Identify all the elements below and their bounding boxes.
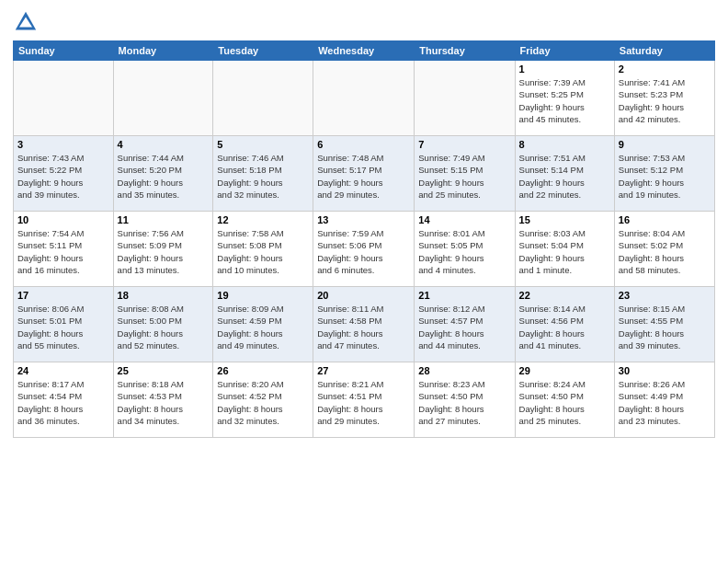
- day-number: 11: [118, 214, 210, 225]
- day-number: 28: [418, 365, 510, 376]
- day-number: 26: [217, 365, 309, 376]
- day-number: 9: [619, 139, 711, 150]
- day-info: Sunrise: 8:21 AM Sunset: 4:51 PM Dayligh…: [317, 378, 410, 427]
- day-info: Sunrise: 8:04 AM Sunset: 5:02 PM Dayligh…: [619, 227, 711, 276]
- calendar-cell: 10Sunrise: 7:54 AM Sunset: 5:11 PM Dayli…: [14, 212, 114, 287]
- weekday-header-friday: Friday: [515, 41, 614, 61]
- weekday-header-monday: Monday: [113, 41, 213, 61]
- day-info: Sunrise: 7:43 AM Sunset: 5:22 PM Dayligh…: [17, 152, 109, 201]
- weekday-header-sunday: Sunday: [14, 41, 114, 61]
- calendar-cell: 18Sunrise: 8:08 AM Sunset: 5:00 PM Dayli…: [113, 287, 213, 362]
- day-number: 2: [619, 63, 711, 75]
- calendar-cell: [213, 61, 313, 136]
- page-header: [13, 9, 715, 35]
- calendar-cell: 2Sunrise: 7:41 AM Sunset: 5:23 PM Daylig…: [614, 61, 714, 136]
- day-number: 17: [17, 290, 109, 301]
- weekday-header-tuesday: Tuesday: [213, 41, 313, 61]
- day-info: Sunrise: 8:01 AM Sunset: 5:05 PM Dayligh…: [418, 227, 510, 276]
- day-number: 23: [619, 290, 711, 301]
- day-info: Sunrise: 8:12 AM Sunset: 4:57 PM Dayligh…: [418, 303, 510, 351]
- day-info: Sunrise: 7:51 AM Sunset: 5:14 PM Dayligh…: [519, 152, 610, 201]
- day-info: Sunrise: 7:41 AM Sunset: 5:23 PM Dayligh…: [619, 76, 711, 125]
- day-info: Sunrise: 8:23 AM Sunset: 4:50 PM Dayligh…: [418, 378, 510, 427]
- day-info: Sunrise: 8:14 AM Sunset: 4:56 PM Dayligh…: [519, 303, 610, 351]
- day-number: 15: [519, 214, 610, 225]
- day-number: 10: [17, 214, 109, 225]
- calendar-cell: 25Sunrise: 8:18 AM Sunset: 4:53 PM Dayli…: [113, 362, 213, 438]
- calendar-cell: 22Sunrise: 8:14 AM Sunset: 4:56 PM Dayli…: [515, 287, 614, 362]
- calendar-cell: 28Sunrise: 8:23 AM Sunset: 4:50 PM Dayli…: [415, 362, 515, 438]
- page-container: SundayMondayTuesdayWednesdayThursdayFrid…: [0, 0, 728, 563]
- calendar-cell: 21Sunrise: 8:12 AM Sunset: 4:57 PM Dayli…: [415, 287, 515, 362]
- logo: [13, 9, 42, 35]
- calendar-cell: [14, 61, 114, 136]
- day-number: 19: [217, 290, 309, 301]
- calendar-cell: 15Sunrise: 8:03 AM Sunset: 5:04 PM Dayli…: [515, 212, 614, 287]
- day-number: 12: [217, 214, 309, 225]
- day-number: 4: [118, 139, 210, 150]
- calendar-cell: 19Sunrise: 8:09 AM Sunset: 4:59 PM Dayli…: [213, 287, 313, 362]
- calendar-cell: 12Sunrise: 7:58 AM Sunset: 5:08 PM Dayli…: [213, 212, 313, 287]
- weekday-header-thursday: Thursday: [415, 41, 515, 61]
- calendar-cell: 11Sunrise: 7:56 AM Sunset: 5:09 PM Dayli…: [113, 212, 213, 287]
- day-info: Sunrise: 8:18 AM Sunset: 4:53 PM Dayligh…: [118, 378, 210, 427]
- calendar-week-2: 3Sunrise: 7:43 AM Sunset: 5:22 PM Daylig…: [14, 136, 715, 212]
- day-info: Sunrise: 7:46 AM Sunset: 5:18 PM Dayligh…: [217, 152, 309, 201]
- calendar-cell: 14Sunrise: 8:01 AM Sunset: 5:05 PM Dayli…: [415, 212, 515, 287]
- day-info: Sunrise: 8:09 AM Sunset: 4:59 PM Dayligh…: [217, 303, 309, 351]
- day-info: Sunrise: 8:06 AM Sunset: 5:01 PM Dayligh…: [17, 303, 109, 351]
- calendar-header-row: SundayMondayTuesdayWednesdayThursdayFrid…: [14, 41, 715, 61]
- day-number: 6: [317, 139, 410, 150]
- calendar-cell: 5Sunrise: 7:46 AM Sunset: 5:18 PM Daylig…: [213, 136, 313, 212]
- calendar-cell: 7Sunrise: 7:49 AM Sunset: 5:15 PM Daylig…: [415, 136, 515, 212]
- day-info: Sunrise: 7:54 AM Sunset: 5:11 PM Dayligh…: [17, 227, 109, 276]
- calendar-cell: 24Sunrise: 8:17 AM Sunset: 4:54 PM Dayli…: [14, 362, 114, 438]
- calendar-cell: 27Sunrise: 8:21 AM Sunset: 4:51 PM Dayli…: [313, 362, 415, 438]
- calendar-week-4: 17Sunrise: 8:06 AM Sunset: 5:01 PM Dayli…: [14, 287, 715, 362]
- day-info: Sunrise: 7:56 AM Sunset: 5:09 PM Dayligh…: [118, 227, 210, 276]
- day-number: 22: [519, 290, 610, 301]
- day-number: 1: [519, 63, 610, 75]
- calendar-cell: 20Sunrise: 8:11 AM Sunset: 4:58 PM Dayli…: [313, 287, 415, 362]
- calendar-cell: 16Sunrise: 8:04 AM Sunset: 5:02 PM Dayli…: [614, 212, 714, 287]
- day-info: Sunrise: 8:17 AM Sunset: 4:54 PM Dayligh…: [17, 378, 109, 427]
- calendar-cell: [113, 61, 213, 136]
- day-info: Sunrise: 8:20 AM Sunset: 4:52 PM Dayligh…: [217, 378, 309, 427]
- day-number: 14: [418, 214, 510, 225]
- calendar-week-5: 24Sunrise: 8:17 AM Sunset: 4:54 PM Dayli…: [14, 362, 715, 438]
- calendar-cell: 13Sunrise: 7:59 AM Sunset: 5:06 PM Dayli…: [313, 212, 415, 287]
- day-info: Sunrise: 8:24 AM Sunset: 4:50 PM Dayligh…: [519, 378, 610, 427]
- calendar-cell: [415, 61, 515, 136]
- calendar-cell: 3Sunrise: 7:43 AM Sunset: 5:22 PM Daylig…: [14, 136, 114, 212]
- day-info: Sunrise: 7:44 AM Sunset: 5:20 PM Dayligh…: [118, 152, 210, 201]
- day-info: Sunrise: 8:08 AM Sunset: 5:00 PM Dayligh…: [118, 303, 210, 351]
- weekday-header-saturday: Saturday: [614, 41, 714, 61]
- day-number: 3: [17, 139, 109, 150]
- calendar-cell: 26Sunrise: 8:20 AM Sunset: 4:52 PM Dayli…: [213, 362, 313, 438]
- day-info: Sunrise: 8:26 AM Sunset: 4:49 PM Dayligh…: [619, 378, 711, 427]
- day-number: 29: [519, 365, 610, 376]
- day-number: 21: [418, 290, 510, 301]
- day-number: 20: [317, 290, 410, 301]
- day-info: Sunrise: 8:15 AM Sunset: 4:55 PM Dayligh…: [619, 303, 711, 351]
- calendar-week-1: 1Sunrise: 7:39 AM Sunset: 5:25 PM Daylig…: [14, 61, 715, 136]
- calendar-table: SundayMondayTuesdayWednesdayThursdayFrid…: [13, 40, 715, 438]
- day-number: 13: [317, 214, 410, 225]
- day-info: Sunrise: 7:39 AM Sunset: 5:25 PM Dayligh…: [519, 76, 610, 125]
- day-number: 25: [118, 365, 210, 376]
- calendar-cell: 1Sunrise: 7:39 AM Sunset: 5:25 PM Daylig…: [515, 61, 614, 136]
- calendar-cell: 6Sunrise: 7:48 AM Sunset: 5:17 PM Daylig…: [313, 136, 415, 212]
- calendar-cell: 30Sunrise: 8:26 AM Sunset: 4:49 PM Dayli…: [614, 362, 714, 438]
- logo-icon: [13, 9, 39, 35]
- calendar-cell: 17Sunrise: 8:06 AM Sunset: 5:01 PM Dayli…: [14, 287, 114, 362]
- day-info: Sunrise: 8:11 AM Sunset: 4:58 PM Dayligh…: [317, 303, 410, 351]
- day-info: Sunrise: 7:53 AM Sunset: 5:12 PM Dayligh…: [619, 152, 711, 201]
- day-number: 18: [118, 290, 210, 301]
- day-number: 30: [619, 365, 711, 376]
- day-number: 8: [519, 139, 610, 150]
- day-info: Sunrise: 7:59 AM Sunset: 5:06 PM Dayligh…: [317, 227, 410, 276]
- calendar-cell: 29Sunrise: 8:24 AM Sunset: 4:50 PM Dayli…: [515, 362, 614, 438]
- calendar-week-3: 10Sunrise: 7:54 AM Sunset: 5:11 PM Dayli…: [14, 212, 715, 287]
- day-number: 27: [317, 365, 410, 376]
- day-info: Sunrise: 7:58 AM Sunset: 5:08 PM Dayligh…: [217, 227, 309, 276]
